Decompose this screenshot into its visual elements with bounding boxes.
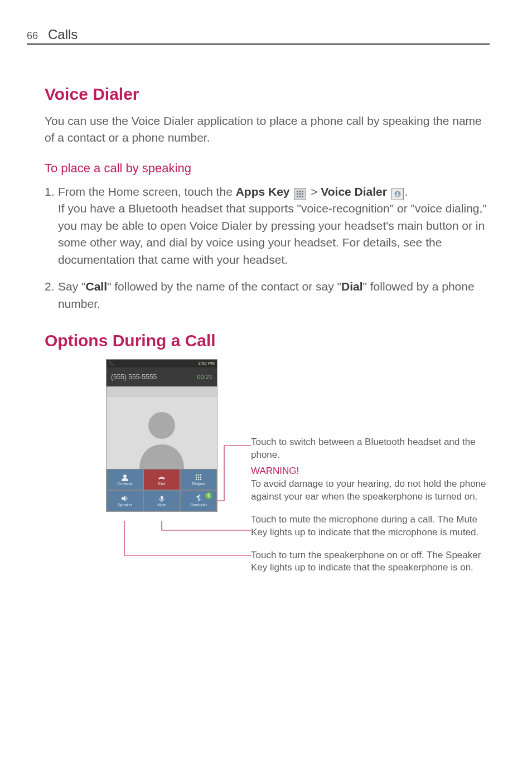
svg-rect-5 [302,193,303,195]
status-bar: 📞 3:52 PM [107,360,217,367]
dial-word: Dial [341,280,363,293]
svg-point-22 [200,479,202,481]
warning-text: To avoid damage to your hearing, do not … [251,478,486,502]
step-2: Say "Call" followed by the name of the c… [45,278,490,312]
contact-avatar [107,396,217,469]
page-header: 66 Calls [27,27,490,45]
speaker-icon [120,495,129,502]
voice-dialer-label: Voice Dialer [321,185,387,198]
phone-column: 📞 3:52 PM (555) 555-5555 00:21 [45,359,251,512]
svg-rect-8 [302,196,303,197]
contacts-button[interactable]: Contacts [107,469,143,490]
call-buttons-row2: Speaker Mute Bluetooth [107,490,217,511]
subheading-place-call: To place a call by speaking [45,161,490,176]
apps-key-icon [294,188,306,200]
end-call-icon [157,473,166,481]
step-1: From the Home screen, touch the Apps Key… [45,183,490,268]
svg-point-14 [196,475,197,476]
page-number: 66 [27,30,48,42]
callout-speaker: Touch to turn the speakerphone on or off… [251,549,490,575]
svg-point-20 [196,479,197,481]
speaker-button[interactable]: Speaker [107,490,143,511]
svg-rect-4 [299,193,301,195]
svg-point-19 [200,477,202,478]
mute-icon [157,495,166,502]
end-button[interactable]: End [143,469,180,490]
heading-voice-dialer: Voice Dialer [45,85,490,104]
step2-pre: Say " [58,280,85,293]
svg-rect-3 [297,193,298,195]
callout-bluetooth-text: Touch to switch between a Bluetooth head… [251,437,476,460]
svg-point-17 [196,477,197,478]
status-phone-icon: 📞 [109,361,114,366]
call-number: (555) 555-5555 [111,373,157,381]
step1-pre: From the Home screen, touch the [58,185,236,198]
svg-rect-23 [161,496,163,500]
svg-rect-6 [297,196,298,197]
svg-rect-7 [299,196,301,197]
svg-point-15 [198,475,200,476]
svg-point-18 [198,477,200,478]
call-header: (555) 555-5555 00:21 [107,367,217,386]
step1-post: . [405,185,408,198]
figure-area: 📞 3:52 PM (555) 555-5555 00:21 [45,359,490,584]
contacts-label: Contacts [117,482,133,486]
speaker-label: Speaker [118,503,132,507]
call-word: Call [85,280,107,293]
end-label: End [158,482,165,486]
svg-point-21 [198,479,200,481]
section-title: Calls [48,27,78,42]
bluetooth-label: Bluetooth [190,503,207,507]
callouts-column: Touch to switch between a Bluetooth head… [251,359,490,584]
svg-rect-10 [397,192,398,195]
warning-label: WARNING! [251,465,490,478]
bluetooth-badge [205,492,212,499]
dialpad-icon [194,473,203,481]
svg-rect-1 [299,191,301,192]
callout-mute: Touch to mute the microphone during a ca… [251,514,490,539]
page-content: Voice Dialer You can use the Voice Diale… [27,85,490,584]
mute-label: Mute [157,503,166,507]
step1-mid: > [311,185,321,198]
steps-list: From the Home screen, touch the Apps Key… [45,183,490,312]
call-duration: 00:21 [197,374,212,380]
svg-point-13 [123,475,127,478]
info-strip [107,386,217,396]
heading-options-call: Options During a Call [45,331,490,350]
dialpad-label: Dialpad [192,482,205,486]
bluetooth-button[interactable]: Bluetooth [180,490,217,511]
svg-point-16 [200,475,202,476]
bluetooth-icon [194,495,203,502]
mute-button[interactable]: Mute [143,490,180,511]
step1-rest: If you have a Bluetooth headset that sup… [58,202,487,265]
callout-bluetooth: Touch to switch between a Bluetooth head… [251,436,490,503]
voice-dialer-intro: You can use the Voice Dialer application… [45,113,490,147]
call-buttons-row1: Contacts End Dialpad [107,469,217,490]
svg-point-12 [148,412,175,439]
voice-dialer-icon [391,188,404,200]
status-time: 3:52 PM [198,361,215,366]
dialpad-button[interactable]: Dialpad [180,469,217,490]
svg-rect-0 [297,191,298,192]
call-screenshot: 📞 3:52 PM (555) 555-5555 00:21 [106,359,217,512]
step2-mid: " followed by the name of the contact or… [107,280,341,293]
contacts-icon [120,473,129,481]
apps-key-label: Apps Key [236,185,290,198]
svg-rect-2 [302,191,303,192]
